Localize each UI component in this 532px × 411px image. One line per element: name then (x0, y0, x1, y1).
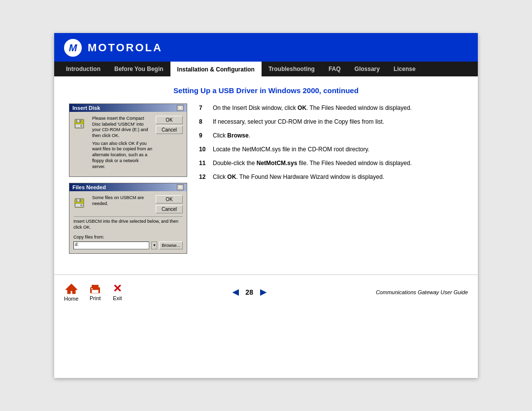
copy-dropdown-btn[interactable]: ▼ (151, 241, 157, 249)
insert-disk-dialog: Insert Disk ✕ (69, 103, 187, 177)
svg-rect-2 (77, 120, 79, 122)
step-11-num: 11 (199, 159, 209, 168)
floppy-disk-icon (73, 118, 85, 130)
files-needed-buttons: OK Cancel (156, 195, 183, 213)
step-12-num: 12 (199, 172, 209, 181)
motorola-m-icon: M (69, 42, 77, 54)
step-list: 7 On the Insert Disk window, click OK. T… (199, 103, 463, 181)
step-8: 8 If necessary, select your CD-ROM drive… (199, 117, 463, 126)
copy-row: d: ▼ Browse... (73, 241, 183, 249)
step-11: 11 Double-click the NetMotCM.sys file. T… (199, 159, 463, 168)
insert-disk-buttons: OK Cancel (156, 116, 183, 170)
step-10-num: 10 (199, 145, 209, 154)
guide-title: Communications Gateway User Guide (376, 289, 468, 295)
home-label: Home (64, 296, 78, 302)
step-7: 7 On the Insert Disk window, click OK. T… (199, 103, 463, 112)
copy-browse-btn[interactable]: Browse... (159, 241, 183, 249)
print-label: Print (90, 295, 101, 301)
content: Setting Up a USB Driver in Windows 2000,… (54, 76, 478, 270)
page-title: Setting Up a USB Driver in Windows 2000,… (69, 86, 463, 95)
insert-disk-text2: You can also click OK if you want files … (92, 141, 153, 170)
header: M MOTOROLA (54, 33, 478, 62)
screenshots-col: Insert Disk ✕ (69, 103, 187, 260)
copy-label: Copy files from: (73, 235, 183, 240)
svg-rect-7 (77, 199, 79, 202)
step-9: 9 Click Browse. (199, 131, 463, 140)
step-10-text: Locate the NetMotCM.sys file in the CD-R… (213, 145, 463, 154)
exit-button[interactable]: ✕ Exit (112, 283, 123, 301)
copy-textbox[interactable]: d: (73, 241, 149, 249)
home-button[interactable]: Home (64, 283, 78, 302)
step-9-num: 9 (199, 131, 209, 140)
nav-before-you-begin[interactable]: Before You Begin (107, 62, 170, 76)
files-needed-close[interactable]: ✕ (177, 184, 184, 190)
insert-disk-text1: Please insert the Compact Disc labeled '… (92, 116, 153, 139)
footer-icons: Home Print ✕ Exit (64, 283, 123, 302)
exit-label: Exit (113, 295, 122, 301)
svg-point-9 (80, 205, 82, 206)
step-7-num: 7 (199, 103, 209, 112)
files-needed-divider (73, 216, 183, 217)
outer-wrapper: M MOTOROLA Introduction Before You Begin… (0, 0, 532, 411)
footer-center: ◀ 28 ▶ (123, 287, 376, 297)
step-12-text: Click OK. The Found New Hardware Wizard … (213, 172, 463, 181)
exit-icon: ✕ (112, 283, 123, 294)
insert-disk-cancel-button[interactable]: Cancel (156, 126, 183, 134)
nav-installation[interactable]: Installation & Configuration (170, 62, 262, 76)
print-button[interactable]: Print (88, 283, 102, 301)
copy-value: d: (74, 241, 80, 247)
step-12: 12 Click OK. The Found New Hardware Wiza… (199, 172, 463, 181)
files-needed-floppy-icon (73, 197, 85, 209)
insert-disk-title: Insert Disk (72, 105, 100, 111)
print-icon (88, 283, 102, 294)
step-7-text: On the Insert Disk window, click OK. The… (213, 103, 463, 112)
nav-troubleshooting[interactable]: Troubleshooting (262, 62, 322, 76)
insert-disk-text: Please insert the Compact Disc labeled '… (92, 116, 153, 170)
prev-page-button[interactable]: ◀ (233, 287, 238, 297)
svg-rect-12 (92, 285, 99, 288)
svg-marker-10 (66, 284, 77, 294)
step-9-text: Click Browse. (213, 131, 463, 140)
files-needed-ok-button[interactable]: OK (156, 195, 183, 204)
content-body: Insert Disk ✕ (69, 103, 463, 260)
instructions-col: 7 On the Insert Disk window, click OK. T… (199, 103, 463, 260)
files-needed-body: Some files on USBCM are needed. OK Cance… (69, 191, 187, 253)
svg-rect-13 (92, 290, 99, 293)
page-container: M MOTOROLA Introduction Before You Begin… (54, 33, 478, 378)
motorola-logo-circle: M (64, 39, 82, 57)
nav-license[interactable]: License (387, 62, 423, 76)
step-10: 10 Locate the NetMotCM.sys file in the C… (199, 145, 463, 154)
motorola-logo-text: MOTOROLA (88, 41, 163, 54)
insert-disk-title-bar: Insert Disk ✕ (69, 104, 187, 112)
files-needed-title: Files Needed (72, 184, 106, 190)
insert-disk-close[interactable]: ✕ (177, 105, 184, 111)
files-needed-row: Some files on USBCM are needed. OK Cance… (73, 195, 183, 213)
insert-disk-ok-button[interactable]: OK (156, 116, 183, 124)
files-needed-text-area: Some files on USBCM are needed. (92, 195, 153, 213)
svg-point-4 (80, 125, 82, 127)
nav-introduction[interactable]: Introduction (59, 62, 107, 76)
next-page-button[interactable]: ▶ (260, 287, 266, 297)
files-needed-text2: Insert USBCM into the drive selected bel… (73, 219, 183, 230)
nav-glossary[interactable]: Glossary (348, 62, 387, 76)
step-8-text: If necessary, select your CD-ROM drive i… (213, 117, 463, 126)
step-11-text: Double-click the NetMotCM.sys file. The … (213, 159, 463, 168)
files-needed-icon-area (73, 195, 89, 213)
svg-rect-14 (91, 288, 93, 289)
files-needed-text1: Some files on USBCM are needed. (92, 195, 153, 206)
insert-disk-body: Please insert the Compact Disc labeled '… (69, 112, 187, 176)
insert-disk-row: Please insert the Compact Disc labeled '… (73, 116, 183, 170)
files-needed-dialog: Files Needed ✕ (69, 183, 187, 253)
files-needed-cancel-button[interactable]: Cancel (156, 205, 183, 213)
files-needed-title-bar: Files Needed ✕ (69, 183, 187, 191)
insert-disk-icon-area (73, 116, 89, 170)
home-icon (65, 283, 78, 295)
footer: Home Print ✕ Exit ◀ (54, 274, 478, 308)
step-8-num: 8 (199, 117, 209, 126)
files-needed-copy-area: Copy files from: d: ▼ Browse... (73, 235, 183, 249)
nav-bar: Introduction Before You Begin Installati… (54, 62, 478, 76)
page-number: 28 (245, 288, 253, 296)
nav-faq[interactable]: FAQ (322, 62, 348, 76)
